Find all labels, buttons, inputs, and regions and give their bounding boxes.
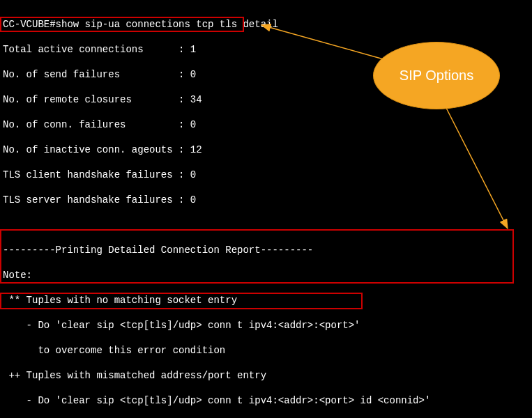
note-line: ++ Tuples with mismatched address/port e… [0, 369, 532, 382]
stat-conn-failures: No. of conn. failures : 0 [0, 118, 532, 131]
note-label: Note: [0, 269, 532, 281]
stat-inactive-ageouts: No. of inactive conn. ageouts : 12 [0, 144, 532, 156]
stat-total-active: Total active connections : 1 [0, 43, 532, 56]
note-line: - Do 'clear sip <tcp[tls]/udp> conn t ip… [0, 319, 532, 332]
blank-line [0, 219, 532, 231]
report-header: ---------Printing Detailed Connection Re… [0, 244, 532, 256]
stat-remote-closures: No. of remote closures : 34 [0, 93, 532, 106]
stat-tls-client-hs: TLS client handshake failures : 0 [0, 169, 532, 181]
command-line: CC-VCUBE#show sip-ua connections tcp tls… [0, 18, 532, 31]
note-line: - Do 'clear sip <tcp[tls]/udp> conn t ip… [0, 394, 532, 407]
terminal-output: CC-VCUBE#show sip-ua connections tcp tls… [0, 0, 532, 418]
stat-send-failures: No. of send failures : 0 [0, 68, 532, 81]
note-line: to overcome this error condition [0, 344, 532, 357]
stat-tls-server-hs: TLS server handshake failures : 0 [0, 194, 532, 206]
note-line: ** Tuples with no matching socket entry [0, 294, 532, 307]
